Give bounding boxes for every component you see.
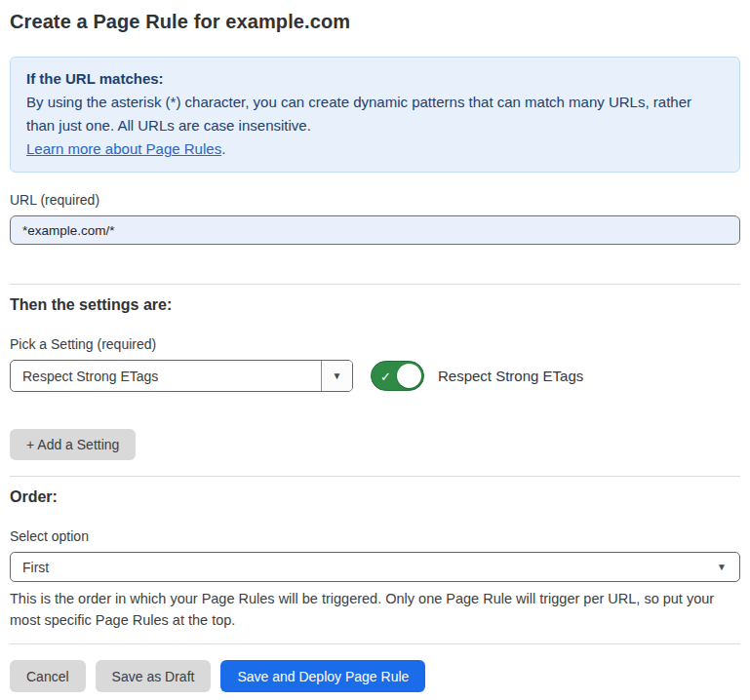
settings-section-heading: Then the settings are: bbox=[10, 296, 740, 314]
learn-more-link[interactable]: Learn more about Page Rules bbox=[26, 140, 221, 157]
setting-select-value: Respect Strong ETags bbox=[11, 361, 321, 391]
order-select-arrow[interactable]: ▼ bbox=[704, 553, 739, 581]
check-icon: ✓ bbox=[380, 369, 391, 382]
footer-divider bbox=[10, 643, 740, 644]
url-field-label: URL (required) bbox=[10, 192, 740, 208]
info-box-heading: If the URL matches: bbox=[26, 67, 724, 91]
save-deploy-button[interactable]: Save and Deploy Page Rule bbox=[220, 660, 425, 692]
url-match-info-box: If the URL matches: By using the asteris… bbox=[10, 57, 740, 173]
info-box-body: By using the asterisk (*) character, you… bbox=[26, 91, 724, 137]
toggle-knob bbox=[397, 364, 421, 388]
page-title: Create a Page Rule for example.com bbox=[10, 11, 740, 33]
order-select[interactable]: First ▼ bbox=[10, 552, 740, 582]
info-box-link-line: Learn more about Page Rules. bbox=[26, 137, 724, 161]
setting-toggle-label: Respect Strong ETags bbox=[438, 368, 583, 384]
link-suffix: . bbox=[221, 140, 225, 157]
setting-select-arrow[interactable]: ▼ bbox=[321, 361, 352, 391]
section-divider bbox=[10, 476, 740, 477]
page-rule-form: Create a Page Rule for example.com If th… bbox=[0, 11, 750, 692]
order-help-text: This is the order in which your Page Rul… bbox=[10, 588, 739, 631]
order-section-heading: Order: bbox=[10, 488, 740, 506]
url-input[interactable] bbox=[10, 215, 740, 245]
setting-row: Respect Strong ETags ▼ ✓ Respect Strong … bbox=[10, 360, 740, 392]
pick-setting-label: Pick a Setting (required) bbox=[10, 336, 740, 352]
order-select-value: First bbox=[11, 553, 704, 581]
setting-toggle[interactable]: ✓ bbox=[371, 361, 424, 391]
order-select-label: Select option bbox=[10, 528, 740, 544]
add-setting-button[interactable]: + Add a Setting bbox=[10, 429, 136, 460]
footer-actions: Cancel Save as Draft Save and Deploy Pag… bbox=[10, 660, 740, 692]
chevron-down-icon: ▼ bbox=[333, 370, 342, 381]
chevron-down-icon: ▼ bbox=[717, 562, 727, 572]
section-divider bbox=[10, 284, 740, 285]
cancel-button[interactable]: Cancel bbox=[10, 660, 86, 692]
setting-select[interactable]: Respect Strong ETags ▼ bbox=[10, 360, 353, 392]
save-draft-button[interactable]: Save as Draft bbox=[96, 660, 212, 692]
